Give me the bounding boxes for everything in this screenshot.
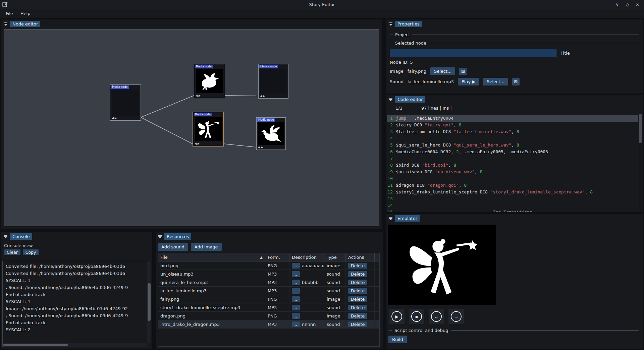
code-line[interactable]: 3$la_fee_luminelle DC8 "la_fee_luminelle… — [387, 128, 638, 135]
resource-row[interactable]: dragon.pngPNG..imageDelete — [158, 312, 379, 320]
node-nav-icons[interactable]: ◀ ▶ — [196, 94, 201, 97]
column-header-format[interactable]: Form. — [265, 253, 289, 261]
resource-row[interactable]: intro_drako_le_dragon.mp3MP3..nnnnnsound… — [158, 320, 379, 329]
delete-resource-button[interactable]: Delete — [348, 322, 367, 327]
collapse-icon[interactable] — [389, 98, 393, 101]
code-line[interactable]: 1jump .mediaEntry0004 — [387, 115, 638, 122]
collapse-icon[interactable] — [4, 22, 8, 26]
edit-description-button[interactable]: .. — [292, 313, 300, 319]
menu-file[interactable]: File — [2, 10, 17, 17]
code-line[interactable]: 2$fairy DC8 "fairy.qoi", 8 — [387, 122, 638, 128]
code-line[interactable]: 12$story1_drako_luminelle_sceptre DC8 "s… — [387, 189, 638, 195]
node-media-start[interactable]: Media node ◀ ▶ — [110, 84, 141, 121]
code-token: , — [448, 162, 454, 169]
resource-row[interactable]: story1_drako_luminelle_sceptre.mp3MP3..s… — [158, 303, 379, 312]
code-line[interactable]: 14 — [387, 202, 638, 209]
code-token: .mediaEntry0004 — [406, 115, 453, 122]
node-editor-title: Node editor — [10, 21, 40, 27]
collapse-icon[interactable] — [158, 235, 162, 238]
play-sound-button[interactable]: Play ▶ — [458, 78, 479, 85]
code-line[interactable]: 11$dragon DC8 "dragon.qoi", 8 — [387, 182, 638, 189]
code-lines[interactable]: 1jump .mediaEntry00042$fairy DC8 "fairy.… — [387, 113, 638, 212]
shade-window-icon[interactable]: ∨ — [616, 2, 619, 7]
column-header-type[interactable]: Type — [324, 253, 346, 261]
delete-resource-button[interactable]: Delete — [348, 280, 367, 285]
code-scrollbar-thumb[interactable] — [639, 114, 642, 143]
delete-resource-button[interactable]: Delete — [348, 305, 367, 310]
add-sound-button[interactable]: Add sound — [158, 243, 188, 251]
row-spacer — [375, 287, 379, 295]
node-media-dragon[interactable]: Media node ◀ ▶ — [256, 117, 286, 150]
node-choice[interactable]: Choice node ◀ ▶ — [258, 64, 288, 99]
console-hscrollbar-thumb[interactable] — [3, 344, 68, 346]
code-line[interactable]: 6$mediaChoice0004 DC32, 2, .mediaEntry00… — [387, 149, 638, 155]
edit-description-button[interactable]: .. — [292, 280, 300, 285]
console-log[interactable]: Converted file: /home/anthony/ostproj/ba… — [2, 261, 151, 347]
resource-row[interactable]: la_fee_luminelle.mp3MP3..soundDelete — [158, 287, 379, 295]
play-button[interactable]: ▶ — [389, 309, 405, 324]
code-line[interactable]: 7 — [387, 155, 638, 162]
column-header-file[interactable]: File ▲ — [158, 253, 265, 261]
code-line[interactable]: 15 ---------------- Tag Transitions ----… — [387, 209, 638, 212]
copy-console-button[interactable]: Copy — [23, 249, 39, 255]
maximize-window-icon[interactable]: ◇ — [626, 2, 629, 7]
code-line[interactable]: 13 — [387, 195, 638, 202]
menu-help[interactable]: Help — [17, 10, 34, 17]
code-line[interactable]: 10 — [387, 175, 638, 182]
close-window-icon[interactable]: × — [636, 2, 639, 7]
code-line[interactable]: 9$un_oiseau DC8 "un_oiseau.wav", 8 — [387, 169, 638, 175]
column-header-actions[interactable]: Actions — [346, 253, 375, 261]
resource-type: sound — [324, 278, 346, 286]
clear-console-button[interactable]: Clear — [4, 249, 20, 255]
select-sound-button[interactable]: Select... — [483, 78, 508, 85]
resource-row[interactable]: qui_sera_le_hero.mp3MP3..bbbbbbsoundDele… — [158, 278, 379, 287]
resource-row[interactable]: bird.pngPNG..aaaaaaaaaimageDelete — [158, 261, 379, 270]
console-line: Converted file: /home/anthony/ostproj/ba… — [6, 270, 148, 277]
stop-button[interactable]: ■ — [409, 309, 424, 324]
build-button[interactable]: Build — [388, 336, 407, 343]
console-hscrollbar[interactable] — [3, 343, 147, 347]
code-scrollbar[interactable] — [639, 113, 642, 212]
edit-description-button[interactable]: .. — [292, 322, 300, 327]
clear-image-button[interactable]: ⊠ — [459, 68, 467, 75]
resource-row[interactable]: fairy.pngPNG..imageDelete — [158, 295, 379, 303]
delete-resource-button[interactable]: Delete — [348, 288, 367, 294]
title-bar: Story Editor ∨ ◇ × — [0, 0, 644, 9]
resources-header: Resources — [156, 232, 383, 241]
node-nav-icons[interactable]: ◀ ▶ — [195, 142, 200, 145]
node-nav-icons[interactable]: ◀ ▶ — [260, 95, 265, 98]
node-type-badge: Media node — [111, 85, 129, 89]
edit-description-button[interactable]: .. — [292, 296, 300, 302]
select-image-button[interactable]: Select... — [430, 67, 455, 75]
resource-row[interactable]: un_oiseau.mp3MP3..soundDelete — [158, 270, 379, 278]
console-line: , Sound: /home/anthony/ostproj/ba869e4b-… — [6, 284, 148, 291]
node-nav-icons[interactable]: ◀ ▶ — [258, 146, 263, 149]
edit-description-button[interactable]: .. — [292, 271, 300, 277]
node-nav-icons[interactable]: ◀ ▶ — [112, 117, 117, 120]
delete-resource-button[interactable]: Delete — [348, 313, 367, 319]
console-vscrollbar[interactable] — [147, 261, 151, 343]
edit-description-button[interactable]: .. — [292, 288, 300, 294]
node-title-input[interactable] — [390, 49, 556, 57]
column-header-description[interactable]: Description — [289, 253, 324, 261]
node-media-fairy[interactable]: Media node ◀ ▶ — [193, 112, 224, 147]
delete-resource-button[interactable]: Delete — [348, 296, 367, 302]
collapse-icon[interactable] — [389, 217, 393, 220]
node-media-bird[interactable]: Media node ◀ ▶ — [194, 64, 225, 98]
delete-resource-button[interactable]: Delete — [348, 263, 367, 269]
edit-description-button[interactable]: .. — [292, 263, 300, 269]
resources-table-body: bird.pngPNG..aaaaaaaaaimageDeleteun_oise… — [158, 261, 379, 329]
step-back-button[interactable]: ← — [429, 309, 444, 324]
console-vscrollbar-thumb[interactable] — [148, 283, 151, 321]
code-line[interactable]: 4 — [387, 135, 638, 142]
collapse-icon[interactable] — [4, 235, 8, 238]
delete-resource-button[interactable]: Delete — [348, 271, 367, 277]
collapse-icon[interactable] — [389, 22, 393, 26]
code-line[interactable]: 8$bird DC8 "bird.qoi", 8 — [387, 162, 638, 169]
add-image-button[interactable]: Add image — [191, 243, 222, 251]
node-graph-canvas[interactable]: Media node ◀ ▶ Media node ◀ ▶ Choice nod… — [4, 29, 379, 226]
code-line[interactable]: 5$qui_sera_le_hero DC8 "qui_sera_le_hero… — [387, 142, 638, 149]
edit-description-button[interactable]: .. — [292, 305, 300, 310]
step-forward-button[interactable]: → — [448, 309, 464, 324]
clear-sound-button[interactable]: ⊠ — [512, 78, 520, 85]
